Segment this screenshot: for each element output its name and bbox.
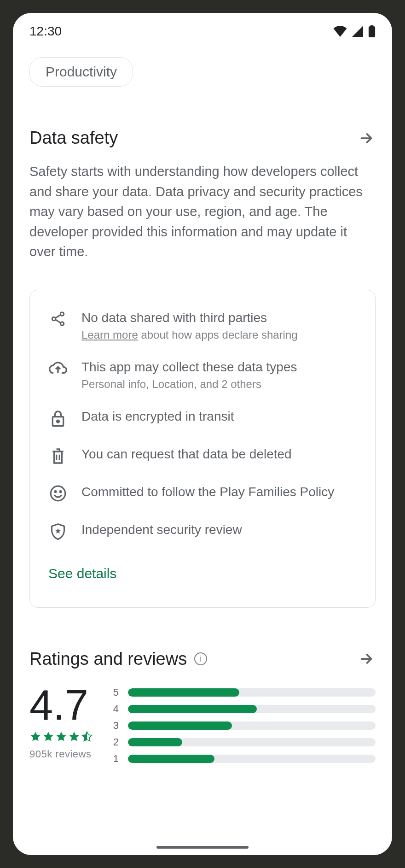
rating-stars	[29, 731, 93, 743]
data-safety-item-title: Committed to follow the Play Families Po…	[81, 483, 357, 501]
rating-bar-fill	[128, 755, 214, 763]
shield-star-icon	[48, 522, 68, 542]
rating-bar-fill	[128, 721, 232, 730]
learn-more-link[interactable]: Learn more	[81, 328, 138, 341]
rating-bar-row: 1	[111, 753, 376, 765]
star-full-icon	[29, 731, 41, 743]
star-full-icon	[55, 731, 67, 743]
rating-bar-fill	[128, 738, 182, 746]
rating-bar-row: 4	[111, 703, 376, 715]
data-safety-item: This app may collect these data types Pe…	[48, 358, 357, 391]
review-count: 905k reviews	[29, 748, 93, 760]
data-safety-item: Committed to follow the Play Families Po…	[48, 483, 357, 504]
data-safety-item: Data is encrypted in transit	[48, 407, 357, 428]
rating-bar-row: 3	[111, 720, 376, 732]
data-safety-title: Data safety	[29, 128, 118, 148]
see-details-link[interactable]: See details	[48, 566, 357, 581]
rating-bar-track	[128, 721, 376, 730]
rating-bar-track	[128, 738, 376, 746]
data-safety-item-title: You can request that data be deleted	[81, 445, 357, 463]
cloud-upload-icon	[48, 360, 68, 379]
share-icon	[48, 311, 68, 330]
rating-bar-row: 5	[111, 686, 376, 698]
data-safety-item-title: This app may collect these data types	[81, 358, 357, 376]
nav-handle[interactable]	[156, 846, 249, 849]
rating-bar-label: 2	[111, 736, 119, 748]
rating-bars: 54321	[111, 686, 376, 765]
status-time: 12:30	[29, 24, 62, 39]
rating-bar-track	[128, 688, 376, 697]
rating-bar-label: 5	[111, 686, 119, 698]
data-safety-card: No data shared with third parties Learn …	[29, 290, 376, 608]
ratings-title: Ratings and reviews	[29, 649, 187, 669]
svg-point-9	[60, 491, 61, 492]
rating-bar-fill	[128, 705, 257, 713]
ratings-header[interactable]: Ratings and reviews i	[29, 649, 376, 669]
status-bar: 12:30	[13, 13, 392, 42]
rating-bar-row: 2	[111, 736, 376, 748]
data-safety-item-title: Independent security review	[81, 521, 357, 539]
data-safety-item: Independent security review	[48, 521, 357, 542]
svg-point-6	[57, 420, 59, 422]
smile-icon	[48, 485, 68, 504]
data-safety-header[interactable]: Data safety	[29, 128, 376, 148]
data-safety-item-sub: Personal info, Location, and 2 others	[81, 378, 357, 391]
data-safety-item-title: No data shared with third parties	[81, 309, 357, 327]
chip-label: Productivity	[46, 64, 117, 79]
ratings-body: 4.7 905k reviews 54321	[29, 684, 376, 765]
star-half-icon	[81, 731, 93, 743]
status-icons	[333, 25, 376, 37]
svg-point-7	[51, 486, 65, 501]
wifi-icon	[333, 26, 347, 37]
rating-bar-label: 4	[111, 703, 119, 715]
rating-bar-label: 3	[111, 720, 119, 732]
data-safety-item-sub: Learn more about how apps declare sharin…	[81, 328, 357, 341]
svg-rect-0	[369, 26, 375, 37]
rating-score: 4.7	[29, 684, 93, 726]
data-safety-item: No data shared with third parties Learn …	[48, 309, 357, 341]
trash-icon	[48, 447, 68, 466]
data-safety-item: You can request that data be deleted	[48, 445, 357, 466]
data-safety-item-title: Data is encrypted in transit	[81, 407, 357, 425]
lock-icon	[48, 409, 68, 428]
svg-point-8	[55, 491, 56, 492]
rating-bar-track	[128, 705, 376, 713]
battery-icon	[368, 25, 376, 37]
info-icon[interactable]: i	[194, 652, 207, 665]
rating-bar-track	[128, 755, 376, 763]
arrow-right-icon[interactable]	[357, 650, 376, 668]
star-full-icon	[68, 731, 80, 743]
cellular-icon	[352, 26, 364, 37]
category-chip[interactable]: Productivity	[29, 57, 133, 87]
rating-bar-label: 1	[111, 753, 119, 765]
star-full-icon	[42, 731, 54, 743]
svg-rect-1	[370, 25, 373, 27]
arrow-right-icon[interactable]	[357, 129, 376, 147]
data-safety-description: Safety starts with understanding how dev…	[29, 162, 376, 262]
rating-bar-fill	[128, 688, 239, 697]
